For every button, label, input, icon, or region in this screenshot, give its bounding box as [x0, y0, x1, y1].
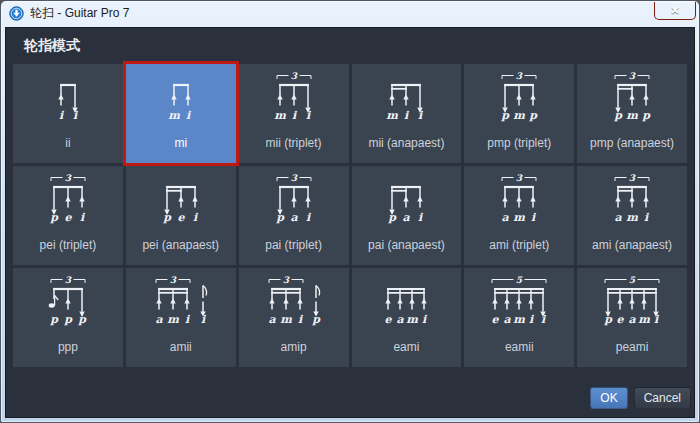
svg-text:m: m	[280, 313, 292, 326]
pattern-glyph: 5peami	[582, 275, 682, 327]
pattern-glyph: 3mii	[244, 71, 344, 123]
pattern-cell-peami[interactable]: 5peami peami	[577, 268, 687, 367]
svg-text:3: 3	[516, 71, 523, 81]
pattern-label: eamii	[464, 340, 574, 354]
pattern-glyph: 3ppp	[18, 275, 118, 327]
close-icon: ✕	[670, 4, 679, 16]
pattern-label: ami (triplet)	[464, 238, 574, 252]
svg-text:3: 3	[65, 275, 72, 285]
svg-text:i: i	[654, 313, 660, 326]
svg-text:i: i	[186, 109, 192, 122]
ok-button[interactable]: OK	[590, 387, 627, 409]
svg-text:m: m	[626, 211, 638, 224]
pattern-cell-amip[interactable]: 3amip amip	[239, 268, 349, 367]
svg-text:p: p	[275, 211, 285, 224]
pattern-cell-ii[interactable]: ii ii	[13, 64, 123, 163]
app-icon	[9, 6, 24, 21]
svg-text:p: p	[500, 109, 510, 122]
svg-text:3: 3	[282, 275, 289, 285]
pattern-glyph: mii	[356, 71, 456, 123]
pattern-label: pei (anapaest)	[126, 238, 236, 252]
pattern-glyph: eami	[356, 275, 456, 327]
svg-text:i: i	[80, 211, 86, 224]
svg-text:3: 3	[629, 173, 636, 183]
pattern-glyph: 3pai	[244, 173, 344, 225]
svg-text:i: i	[531, 211, 537, 224]
svg-text:m: m	[168, 109, 180, 122]
svg-text:m: m	[513, 109, 525, 122]
pattern-glyph: pai	[356, 173, 456, 225]
pattern-glyph: pei	[131, 173, 231, 225]
pattern-glyph: 3amii	[131, 275, 231, 327]
pattern-cell-eamii[interactable]: 5eamii eamii	[464, 268, 574, 367]
svg-text:i: i	[297, 313, 303, 326]
pattern-cell-mi[interactable]: mi mi	[126, 64, 236, 163]
pattern-glyph: 3pmp	[582, 71, 682, 123]
window-title: 轮扫 - Guitar Pro 7	[30, 5, 129, 22]
pattern-cell-ami-triplet[interactable]: 3ami ami (triplet)	[464, 166, 574, 265]
pattern-cell-pai-anapaest[interactable]: pai pai (anapaest)	[352, 166, 462, 265]
pattern-label: ppp	[13, 340, 123, 354]
svg-text:i: i	[305, 109, 311, 122]
close-button[interactable]: ✕	[654, 2, 696, 20]
svg-text:m: m	[638, 313, 650, 326]
dialog-heading: 轮指模式	[24, 37, 80, 55]
pattern-cell-pai-triplet[interactable]: 3pai pai (triplet)	[239, 166, 349, 265]
pattern-cell-mii-anapaest[interactable]: mii mii (anapaest)	[352, 64, 462, 163]
svg-text:i: i	[73, 109, 79, 122]
svg-text:m: m	[407, 313, 419, 326]
svg-text:m: m	[274, 109, 286, 122]
svg-text:e: e	[617, 313, 625, 326]
svg-text:i: i	[193, 211, 199, 224]
svg-text:p: p	[388, 211, 398, 224]
pattern-cell-ppp[interactable]: 3ppp ppp	[13, 268, 123, 367]
pattern-glyph: 3ami	[582, 173, 682, 225]
svg-text:p: p	[603, 313, 613, 326]
svg-text:5: 5	[516, 275, 523, 285]
pattern-cell-pmp-triplet[interactable]: 3pmp pmp (triplet)	[464, 64, 574, 163]
svg-text:i: i	[59, 109, 65, 122]
svg-text:i: i	[185, 313, 191, 326]
pattern-label: pmp (triplet)	[464, 136, 574, 150]
pattern-glyph: ii	[18, 71, 118, 123]
svg-text:a: a	[268, 313, 276, 326]
svg-text:i: i	[418, 109, 424, 122]
pattern-glyph: 3amip	[244, 275, 344, 327]
pattern-glyph: 3pei	[18, 173, 118, 225]
svg-text:m: m	[387, 109, 399, 122]
pattern-cell-pei-triplet[interactable]: 3pei pei (triplet)	[13, 166, 123, 265]
svg-text:p: p	[613, 109, 623, 122]
svg-text:m: m	[513, 313, 525, 326]
dialog-window: 轮扫 - Guitar Pro 7 ✕ 轮指模式 ii ii mi mi 3mi…	[0, 0, 700, 423]
pattern-cell-eami[interactable]: eami eami	[352, 268, 462, 367]
svg-text:m: m	[513, 211, 525, 224]
pattern-cell-amii[interactable]: 3amii amii	[126, 268, 236, 367]
pattern-label: eami	[352, 340, 462, 354]
titlebar[interactable]: 轮扫 - Guitar Pro 7 ✕	[1, 1, 699, 26]
pattern-cell-ami-anapaest[interactable]: 3ami ami (anapaest)	[577, 166, 687, 265]
svg-text:p: p	[49, 313, 59, 326]
svg-text:p: p	[311, 313, 321, 326]
svg-text:a: a	[397, 313, 405, 326]
pattern-cell-mii-triplet[interactable]: 3mii mii (triplet)	[239, 64, 349, 163]
pattern-glyph: 3ami	[469, 173, 569, 225]
svg-text:p: p	[162, 211, 172, 224]
pattern-cell-pmp-anapaest[interactable]: 3pmp pmp (anapaest)	[577, 64, 687, 163]
pattern-glyph: mi	[131, 71, 231, 123]
svg-text:i: i	[529, 313, 535, 326]
svg-text:a: a	[504, 313, 512, 326]
svg-text:p: p	[528, 109, 538, 122]
svg-text:i: i	[305, 211, 311, 224]
svg-text:3: 3	[629, 71, 636, 81]
svg-text:i: i	[291, 109, 297, 122]
svg-text:p: p	[77, 313, 87, 326]
cancel-button[interactable]: Cancel	[634, 387, 691, 409]
pattern-label: pai (triplet)	[239, 238, 349, 252]
svg-text:m: m	[167, 313, 179, 326]
pattern-cell-pei-anapaest[interactable]: pei pei (anapaest)	[126, 166, 236, 265]
svg-text:e: e	[177, 211, 185, 224]
pattern-label: ami (anapaest)	[577, 238, 687, 252]
svg-text:m: m	[626, 109, 638, 122]
svg-text:5: 5	[629, 275, 636, 285]
pattern-grid: ii ii mi mi 3mii mii (triplet) mii mii (…	[13, 64, 687, 367]
